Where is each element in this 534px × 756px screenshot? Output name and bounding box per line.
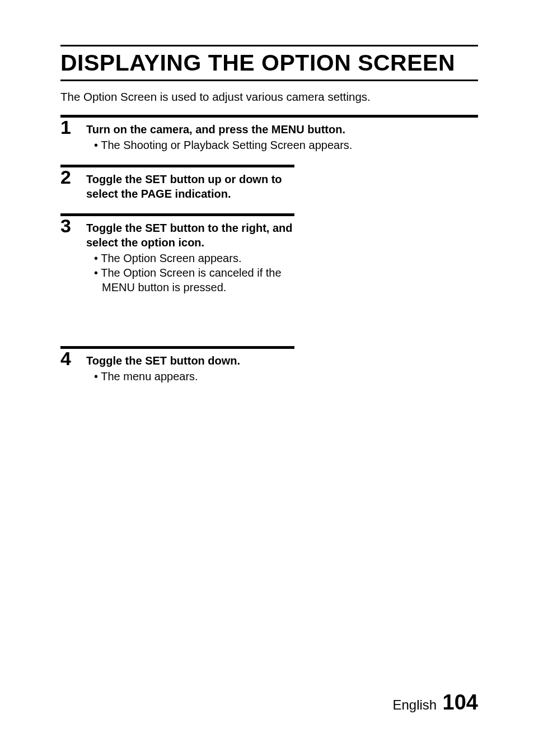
page-content: DISPLAYING THE OPTION SCREEN The Option … bbox=[0, 0, 534, 384]
step-bullets: The Shooting or Playback Setting Screen … bbox=[86, 138, 478, 152]
spacer bbox=[60, 307, 478, 346]
step-block: 2 Toggle the SET button up or down to se… bbox=[60, 165, 294, 201]
step-bullets: The menu appears. bbox=[86, 369, 294, 384]
step-body: Toggle the SET button down. The menu app… bbox=[86, 349, 294, 384]
step-row: 2 Toggle the SET button up or down to se… bbox=[60, 167, 294, 201]
step-heading: Toggle the SET button up or down to sele… bbox=[86, 172, 294, 201]
step-row: 1 Turn on the camera, and press the MENU… bbox=[60, 118, 478, 152]
step-number: 2 bbox=[60, 167, 86, 186]
title-rule-top bbox=[60, 45, 478, 46]
bullet-item: The menu appears. bbox=[94, 369, 294, 384]
step-bullets: The Option Screen appears. The Option Sc… bbox=[86, 251, 294, 295]
step-heading: Toggle the SET button down. bbox=[86, 353, 294, 368]
bullet-item: The Option Screen is canceled if the MEN… bbox=[94, 265, 294, 295]
step-block: 4 Toggle the SET button down. The menu a… bbox=[60, 346, 294, 384]
step-number: 3 bbox=[60, 216, 86, 235]
step-number: 1 bbox=[60, 118, 86, 137]
step-heading: Turn on the camera, and press the MENU b… bbox=[86, 122, 478, 137]
page-footer: English 104 bbox=[392, 690, 478, 715]
step-row: 3 Toggle the SET button to the right, an… bbox=[60, 216, 294, 295]
step-heading: Toggle the SET button to the right, and … bbox=[86, 221, 294, 250]
footer-page-number: 104 bbox=[443, 690, 478, 714]
bullet-item: The Shooting or Playback Setting Screen … bbox=[94, 138, 478, 152]
step-block: 1 Turn on the camera, and press the MENU… bbox=[60, 115, 478, 152]
bullet-item: The Option Screen appears. bbox=[94, 251, 294, 265]
intro-text: The Option Screen is used to adjust vari… bbox=[60, 89, 478, 105]
step-row: 4 Toggle the SET button down. The menu a… bbox=[60, 349, 294, 384]
step-body: Toggle the SET button up or down to sele… bbox=[86, 167, 294, 201]
footer-language: English bbox=[392, 697, 437, 712]
step-body: Toggle the SET button to the right, and … bbox=[86, 216, 294, 295]
page-title: DISPLAYING THE OPTION SCREEN bbox=[60, 49, 478, 80]
step-number: 4 bbox=[60, 349, 86, 368]
step-body: Turn on the camera, and press the MENU b… bbox=[86, 118, 478, 152]
title-rule-bottom bbox=[60, 80, 478, 81]
step-block: 3 Toggle the SET button to the right, an… bbox=[60, 213, 294, 295]
